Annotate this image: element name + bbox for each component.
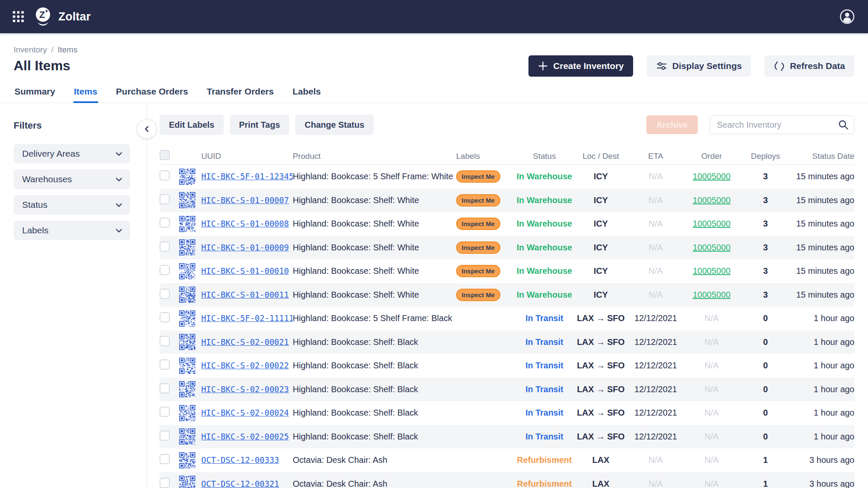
- order-link[interactable]: 10005000: [693, 172, 731, 181]
- filter-delivery-areas[interactable]: Delivery Areas: [14, 144, 130, 164]
- eta-cell: N/A: [628, 266, 683, 276]
- chevron-down-icon: [115, 227, 123, 234]
- uuid-link[interactable]: HIC-BKC-S-01-00008: [201, 219, 289, 228]
- row-checkbox[interactable]: [160, 312, 170, 322]
- labels-cell: Inspect Me: [456, 289, 516, 301]
- tab-summary[interactable]: Summary: [14, 83, 56, 103]
- row-checkbox[interactable]: [160, 359, 170, 370]
- filter-warehouses[interactable]: Warehouses: [14, 169, 130, 189]
- eta-cell: N/A: [628, 172, 683, 181]
- qr-code-icon: [179, 192, 195, 208]
- row-checkbox[interactable]: [160, 407, 170, 417]
- deploys-cell: 0: [740, 408, 791, 418]
- uuid-link[interactable]: OCT-DSC-12-00333: [201, 455, 279, 465]
- uuid-link[interactable]: HIC-BKC-S-01-00009: [201, 243, 289, 252]
- status-cell: In Warehouse: [516, 243, 573, 253]
- create-inventory-button[interactable]: Create Inventory: [528, 55, 633, 77]
- change-status-button[interactable]: Change Status: [295, 115, 374, 135]
- uuid-link[interactable]: HIC-BKC-S-02-00021: [201, 337, 289, 347]
- status-date-cell: 15 minutes ago: [791, 290, 854, 300]
- order-link[interactable]: 10005000: [693, 243, 731, 252]
- row-checkbox[interactable]: [160, 170, 170, 181]
- edit-labels-button[interactable]: Edit Labels: [160, 115, 224, 135]
- label-badge: Inspect Me: [456, 241, 500, 254]
- order-cell: N/A: [683, 385, 740, 394]
- row-checkbox[interactable]: [160, 265, 170, 275]
- labels-cell: Inspect Me: [456, 265, 516, 277]
- plus-icon: [538, 61, 548, 71]
- table-row: HIC-BKC-S-01-00009 Highland: Bookcase: S…: [160, 236, 854, 260]
- uuid-link[interactable]: HIC-BKC-S-01-00011: [201, 290, 289, 299]
- tab-items[interactable]: Items: [73, 83, 98, 103]
- order-link[interactable]: 10005000: [693, 219, 731, 228]
- status-date-cell: 15 minutes ago: [791, 266, 854, 276]
- uuid-link[interactable]: HIC-BKC-5F-01-12345: [201, 172, 293, 181]
- loc-dest-cell: ICY: [573, 172, 628, 181]
- tab-transfer-orders[interactable]: Transfer Orders: [206, 83, 275, 103]
- tab-purchase-orders[interactable]: Purchase Orders: [115, 83, 189, 103]
- deploys-cell: 0: [740, 313, 791, 323]
- row-checkbox[interactable]: [160, 218, 170, 228]
- filter-status[interactable]: Status: [14, 195, 130, 215]
- breadcrumb-separator: /: [51, 45, 53, 55]
- uuid-link[interactable]: HIC-BKC-S-02-00023: [201, 385, 289, 394]
- row-checkbox[interactable]: [160, 289, 170, 299]
- deploys-cell: 3: [740, 290, 791, 300]
- inventory-table: UUID Product Labels Status Loc / Dest ET…: [160, 148, 854, 488]
- loc-dest-cell: LAX → SFO: [573, 385, 628, 394]
- uuid-link[interactable]: HIC-BKC-S-02-00025: [201, 432, 289, 441]
- uuid-link[interactable]: HIC-BKC-S-01-00010: [201, 266, 289, 276]
- status-cell: In Transit: [516, 385, 573, 394]
- chevron-down-icon: [115, 176, 123, 183]
- eta-cell: N/A: [628, 243, 683, 253]
- brand-logo[interactable]: Z Zoltar: [33, 6, 91, 27]
- archive-button[interactable]: Archive: [646, 115, 698, 134]
- search-input[interactable]: [717, 120, 838, 130]
- app-grid-menu-icon[interactable]: [13, 11, 24, 22]
- display-settings-button[interactable]: Display Settings: [647, 55, 751, 77]
- col-labels: Labels: [456, 152, 516, 161]
- uuid-link[interactable]: OCT-DSC-12-00321: [201, 479, 279, 488]
- row-checkbox[interactable]: [160, 383, 170, 393]
- order-link[interactable]: 10005000: [693, 290, 731, 299]
- search-icon[interactable]: [838, 119, 849, 130]
- row-checkbox[interactable]: [160, 336, 170, 346]
- sidebar-collapse-button[interactable]: [137, 120, 156, 138]
- row-checkbox[interactable]: [160, 431, 170, 441]
- product-cell: Highland: Bookcase: Shelf: White: [293, 243, 456, 253]
- user-avatar-icon[interactable]: [839, 9, 855, 25]
- breadcrumb-inventory[interactable]: Inventory: [14, 45, 47, 55]
- table-row: HIC-BKC-S-01-00007 Highland: Bookcase: S…: [160, 189, 854, 212]
- refresh-data-button[interactable]: Refresh Data: [765, 55, 854, 77]
- eta-cell: 12/12/2021: [628, 361, 683, 370]
- top-navbar: Z Zoltar: [0, 0, 868, 33]
- filter-labels[interactable]: Labels: [14, 221, 130, 240]
- uuid-link[interactable]: HIC-BKC-5F-02-11111: [201, 313, 293, 323]
- tab-labels[interactable]: Labels: [291, 83, 322, 103]
- col-uuid: UUID: [201, 152, 293, 161]
- row-checkbox[interactable]: [160, 478, 170, 488]
- labels-cell: Inspect Me: [456, 241, 516, 254]
- breadcrumb-items[interactable]: Items: [57, 45, 77, 55]
- eta-cell: N/A: [628, 219, 683, 229]
- qr-code-icon: [179, 310, 195, 327]
- uuid-link[interactable]: HIC-BKC-S-01-00007: [201, 195, 289, 205]
- print-tags-button[interactable]: Print Tags: [230, 115, 289, 135]
- order-cell: N/A: [683, 479, 740, 488]
- order-link[interactable]: 10005000: [693, 266, 731, 276]
- row-checkbox[interactable]: [160, 454, 170, 464]
- status-date-cell: 1 hour ago: [791, 408, 854, 418]
- order-cell: 10005000: [683, 266, 740, 276]
- select-all-checkbox[interactable]: [160, 150, 170, 160]
- table-row: HIC-BKC-S-02-00021 Highland: Bookcase: S…: [160, 330, 854, 354]
- qr-code-icon: [179, 476, 195, 488]
- uuid-link[interactable]: HIC-BKC-S-02-00024: [201, 408, 289, 417]
- loc-dest-cell: LAX → SFO: [573, 432, 628, 442]
- order-link[interactable]: 10005000: [693, 195, 731, 205]
- qr-code-icon: [179, 405, 195, 421]
- deploys-cell: 3: [740, 219, 791, 229]
- row-checkbox[interactable]: [160, 194, 170, 204]
- row-checkbox[interactable]: [160, 241, 170, 252]
- svg-text:Z: Z: [39, 9, 45, 20]
- uuid-link[interactable]: HIC-BKC-S-02-00022: [201, 361, 289, 370]
